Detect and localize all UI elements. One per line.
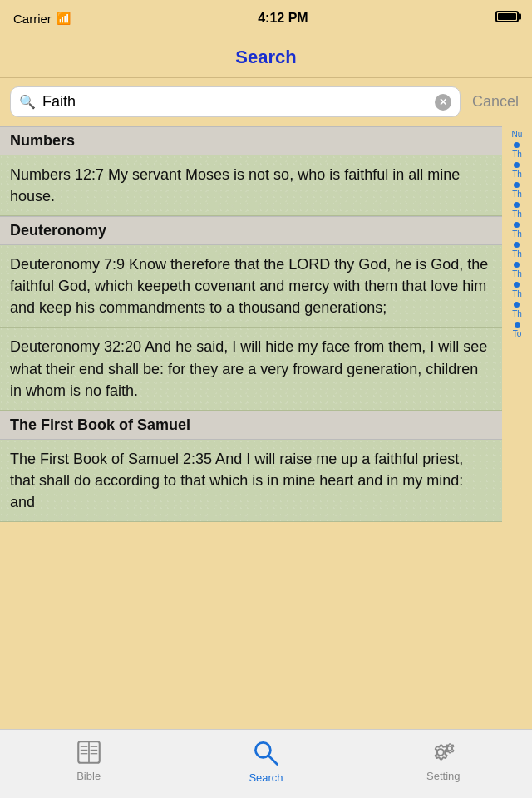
search-tab-icon <box>251 738 281 768</box>
search-clear-button[interactable]: ✕ <box>435 94 451 111</box>
side-index-th4[interactable]: Th <box>512 200 522 219</box>
side-index: Nu Th Th Th Th Th Th Th <box>502 126 532 729</box>
section-header-deuteronomy: Deuteronomy <box>0 216 502 245</box>
side-index-th7[interactable]: Th <box>512 260 522 278</box>
book-icon <box>75 738 103 766</box>
section-header-samuel: The First Book of Samuel <box>0 411 502 440</box>
battery-indicator <box>495 11 519 26</box>
carrier-text: Carrier <box>13 12 52 26</box>
side-index-th5[interactable]: Th <box>512 220 522 239</box>
tab-bar: Bible Search Setting <box>0 729 532 798</box>
content-area: Numbers Numbers 12:7 My servant Moses is… <box>0 126 532 729</box>
verse-text: Numbers 12:7 My servant Moses is not so,… <box>10 166 460 204</box>
section-header-numbers: Numbers <box>0 126 502 155</box>
tab-search-label: Search <box>249 771 283 784</box>
search-input-wrapper: 🔍 ✕ <box>10 86 461 117</box>
side-index-th9[interactable]: Th <box>512 300 522 318</box>
verse-text: The First Book of Samuel 2:35 And I will… <box>10 451 463 510</box>
side-index-th3[interactable]: Th <box>512 180 522 199</box>
results-list[interactable]: Numbers Numbers 12:7 My servant Moses is… <box>0 126 502 729</box>
side-index-to[interactable]: To <box>513 320 522 338</box>
side-index-nu[interactable]: Nu <box>512 130 523 139</box>
tab-setting-label: Setting <box>426 770 460 782</box>
search-input[interactable] <box>42 93 435 111</box>
verse-text: Deuteronomy 7:9 Know therefore that the … <box>10 256 488 316</box>
svg-line-9 <box>268 756 278 765</box>
tab-search[interactable]: Search <box>177 738 354 784</box>
section-title-samuel: The First Book of Samuel <box>10 416 190 433</box>
side-index-th8[interactable]: Th <box>512 280 522 298</box>
gear-icon <box>429 738 457 766</box>
section-title-numbers: Numbers <box>10 132 75 149</box>
status-bar: Carrier 📶 4:12 PM <box>0 0 532 37</box>
wifi-icon: 📶 <box>57 12 71 25</box>
side-index-th1[interactable]: Th <box>512 140 522 159</box>
side-index-th6[interactable]: Th <box>512 240 522 259</box>
battery-icon <box>495 11 519 22</box>
tab-bible[interactable]: Bible <box>0 738 177 782</box>
list-item[interactable]: The First Book of Samuel 2:35 And I will… <box>0 440 502 522</box>
carrier-info: Carrier 📶 <box>13 12 71 26</box>
tab-bible-label: Bible <box>76 770 101 782</box>
verse-text: Deuteronomy 32:20 And he said, I will hi… <box>10 338 487 398</box>
status-time: 4:12 PM <box>258 11 308 26</box>
search-bar: 🔍 ✕ Cancel <box>0 78 532 126</box>
section-title-deuteronomy: Deuteronomy <box>10 222 106 239</box>
svg-point-10 <box>437 749 444 756</box>
list-item[interactable]: Numbers 12:7 My servant Moses is not so,… <box>0 155 502 216</box>
cancel-button[interactable]: Cancel <box>469 93 522 111</box>
nav-bar: Search <box>0 37 532 78</box>
list-item[interactable]: Deuteronomy 7:9 Know therefore that the … <box>0 245 502 328</box>
list-item[interactable]: Deuteronomy 32:20 And he said, I will hi… <box>0 328 502 410</box>
nav-title: Search <box>235 47 296 68</box>
side-index-th2[interactable]: Th <box>512 160 522 179</box>
search-icon: 🔍 <box>19 94 36 110</box>
tab-setting[interactable]: Setting <box>355 738 532 782</box>
